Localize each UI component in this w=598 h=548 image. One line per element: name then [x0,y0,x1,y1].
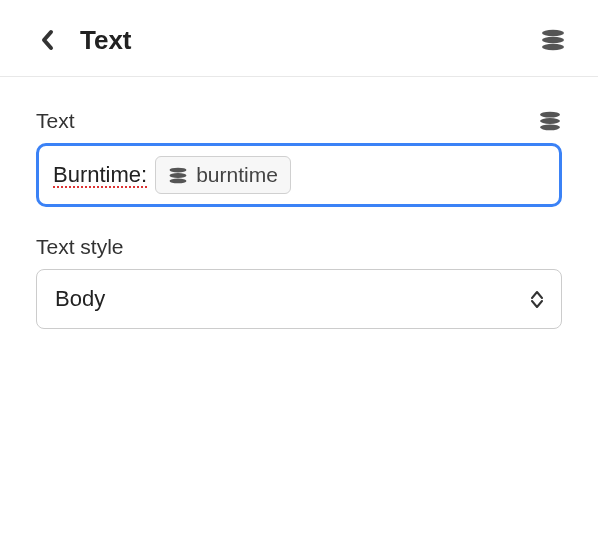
select-arrows-icon [531,291,543,308]
svg-point-3 [540,112,560,118]
svg-point-2 [542,44,564,50]
svg-point-5 [540,124,560,130]
back-button[interactable] [32,24,64,56]
database-icon [540,29,566,51]
svg-point-4 [540,118,560,124]
svg-point-1 [542,37,564,43]
svg-point-0 [542,30,564,36]
style-field-label: Text style [36,235,124,259]
text-data-binding-button[interactable] [538,111,562,131]
data-chip[interactable]: burntime [155,156,291,194]
style-label-row: Text style [36,235,562,259]
database-icon [168,167,188,184]
database-icon [538,111,562,131]
chevron-left-icon [40,28,56,52]
text-input[interactable]: Burntime: burntime [36,143,562,207]
text-field-label: Text [36,109,75,133]
svg-point-6 [170,167,187,172]
text-field-group: Text Burntime: burntime [36,109,562,207]
data-source-button[interactable] [540,29,566,51]
svg-point-7 [170,173,187,178]
panel-title: Text [80,25,540,56]
panel-content: Text Burntime: burntime [0,77,598,389]
select-value: Body [55,286,105,312]
text-label-row: Text [36,109,562,133]
svg-point-8 [170,178,187,183]
chip-label: burntime [196,163,278,187]
panel-header: Text [0,0,598,77]
text-input-value: Burntime: [53,162,147,188]
text-style-select[interactable]: Body [36,269,562,329]
style-field-group: Text style Body [36,235,562,329]
